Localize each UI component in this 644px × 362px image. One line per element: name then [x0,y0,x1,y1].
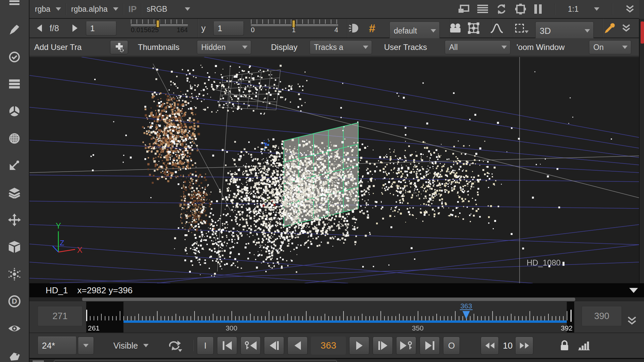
visibility-dropdown[interactable]: Visible [113,341,149,351]
current-frame-field[interactable]: 363 [311,337,346,355]
thumbnails-dropdown[interactable]: Hidden [197,40,251,54]
headlight-icon[interactable] [349,19,360,38]
dotted-sphere-icon[interactable] [7,131,22,146]
roi-region-icon[interactable] [515,3,526,15]
add-track-plus-button[interactable] [110,40,128,54]
float-window-icon[interactable] [458,4,469,14]
divider [141,3,142,15]
next-keyframe-button[interactable] [396,337,416,355]
nuke-viewer-window: D rgba rgba.alpha IP [0,0,644,362]
collapse-chevrons-icon[interactable] [627,316,637,327]
panel-edge-strip [639,19,644,283]
zoom-window-label-wrap: 'oom Window [517,40,565,54]
menu-bars-icon[interactable] [7,0,22,10]
add-user-track-label: Add User Tra [34,43,82,52]
input-process-toggle[interactable]: IP [128,4,137,14]
layer-dropdown[interactable]: rgba.alpha [71,5,118,14]
pause-icon[interactable] [534,4,542,14]
fps-field[interactable]: 24* [38,337,76,355]
display-dropdown[interactable]: Tracks a [310,40,372,54]
move-arrows-icon[interactable] [7,213,22,227]
channels-dropdown[interactable]: rgba [35,5,61,14]
add-user-track-button[interactable]: Add User Tra [34,40,82,54]
chevron-down-icon [185,7,190,11]
pie-wheel-icon[interactable] [7,104,22,119]
skip-forward-button[interactable] [515,337,533,355]
collapse-chevrons-icon[interactable] [626,5,634,13]
colorspace-dropdown[interactable]: sRGB [147,5,190,14]
axis-z-label: Z [60,239,64,247]
grid-warp-icon[interactable] [468,19,480,38]
viewer-3d-viewport[interactable]: Y Z X HD_1080 [30,57,639,283]
marquee-select-icon[interactable] [515,19,529,38]
chevron-down-icon [501,46,507,49]
display-label: Display [271,43,298,52]
viewer-channel-bar: rgba rgba.alpha IP sRGB [30,0,639,19]
point-cloud-canvas[interactable] [30,57,639,283]
horizontal-scrollbar[interactable] [30,297,644,301]
zoom-window-dropdown[interactable]: On [589,40,631,54]
d-overlay-icon[interactable]: D [7,294,22,309]
info-pixel-coords: x=2982 y=396 [77,285,132,296]
layers-icon[interactable] [7,185,22,200]
in-mark-button[interactable]: I [197,337,214,355]
play-backward-button[interactable] [287,337,308,355]
zoom-level-dropdown[interactable]: 1:1 [568,5,599,14]
view-mode-dropdown[interactable]: 3D [535,21,594,40]
refresh-icon[interactable] [496,4,507,14]
roto-pen-icon[interactable] [7,22,22,37]
clock-icon[interactable] [7,50,22,64]
step-back-button[interactable] [264,337,284,355]
tag-icon[interactable] [7,348,22,362]
viewer-process-dropdown[interactable]: default [389,21,440,40]
wireframe-grid-icon[interactable]: # [369,19,375,38]
zoom-window-value: On [593,43,604,52]
panel-corner-icon [32,360,44,362]
goto-start-button[interactable] [217,337,237,355]
collapse-chevrons-icon[interactable] [622,19,631,38]
view-mode-label: 3D [540,26,551,36]
camera-icon[interactable] [449,19,462,38]
fps-dropdown-button[interactable] [78,337,94,355]
gamma-input[interactable]: 1 [213,21,244,36]
prev-keyframe-button[interactable] [240,337,261,355]
skip-back-button[interactable] [481,337,499,355]
particles-icon[interactable] [7,267,22,282]
step-forward-button[interactable] [373,337,393,355]
divider [554,3,555,15]
frame-ruler[interactable] [86,302,574,333]
user-tracks-dropdown[interactable]: All [445,40,511,54]
user-tracks-label-wrap: User Tracks [384,40,427,54]
stereo-menu-icon[interactable] [477,5,488,13]
color-sample-icon[interactable] [7,158,22,173]
eyedropper-icon[interactable] [604,19,616,38]
cube-icon[interactable] [7,240,22,254]
viewer-info-bar: HD_1 x=2982 y=396 [30,283,644,297]
stacked-rows-icon[interactable] [7,77,22,92]
range-out-field[interactable]: 390 [582,306,622,326]
aperture-next-icon[interactable] [72,19,77,38]
chevron-down-icon [525,31,529,33]
frame-increment-label[interactable]: 10 [503,341,513,351]
info-expand-caret[interactable] [629,288,638,293]
zoom-level-label: 1:1 [568,5,579,14]
gain-slider[interactable]: 0.015625 164 [131,19,188,38]
gaussian-curve-icon[interactable] [490,19,503,38]
play-forward-button[interactable] [349,337,369,355]
lock-range-icon[interactable] [559,340,570,351]
aperture-prev-icon[interactable] [37,19,42,38]
next-panel-tab [54,360,337,362]
out-mark-button[interactable]: O [443,337,460,355]
channels-label: rgba [35,5,50,14]
eye-icon[interactable] [7,321,22,336]
thumbnails-value: Hidden [201,43,226,52]
gamma-slider[interactable]: 0 1 4 [251,19,338,38]
chevron-down-icon [622,46,628,49]
goto-end-button[interactable] [420,337,440,355]
range-in-field[interactable]: 271 [38,306,83,326]
profile-stairs-icon[interactable] [578,341,590,350]
gamma-tick-mid: 1 [292,26,296,34]
scrollbar-thumb[interactable] [82,298,575,301]
gain-input[interactable]: 1 [86,21,116,36]
loop-mode-icon[interactable] [167,339,182,352]
